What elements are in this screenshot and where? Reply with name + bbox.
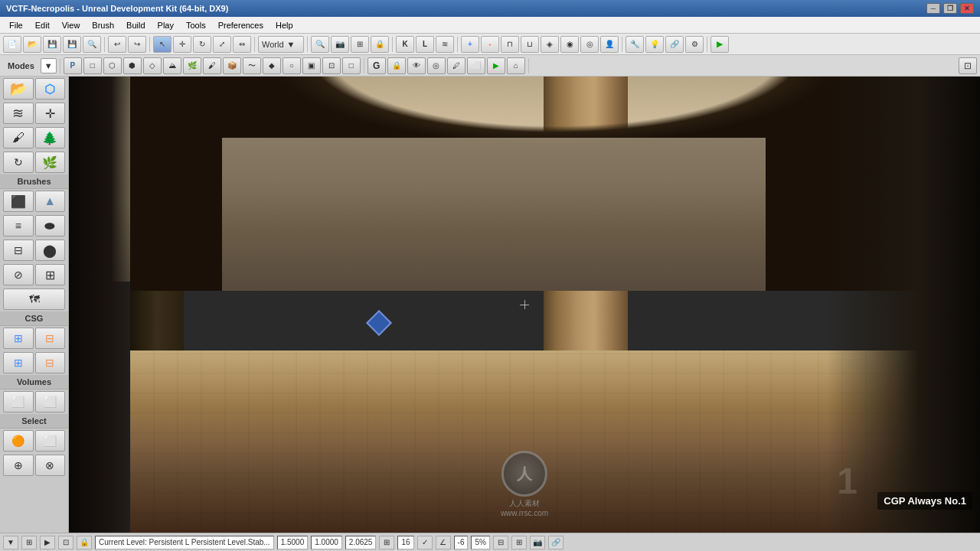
csg-add[interactable]: ⊞ xyxy=(3,328,34,349)
select-sub[interactable]: ⬜ xyxy=(35,430,66,452)
brush-spiral[interactable]: ⊟ xyxy=(3,240,34,261)
search-button[interactable]: 🔍 xyxy=(311,36,329,53)
sidebar-3d-button[interactable]: ⬡ xyxy=(35,78,66,99)
mode-eye[interactable]: 👁 xyxy=(407,57,426,74)
mode-lock[interactable]: 🔒 xyxy=(387,57,406,74)
build-lighting-button[interactable]: 💡 xyxy=(645,36,664,53)
l-button[interactable]: L xyxy=(416,36,434,53)
menu-brush[interactable]: Brush xyxy=(86,19,120,31)
mode-prefab[interactable]: 📦 xyxy=(223,57,241,74)
statusbar-grid-icon[interactable]: ⊞ xyxy=(379,536,394,549)
select-tool-button[interactable]: ↖ xyxy=(153,36,172,53)
mode-extra3[interactable]: ▣ xyxy=(302,57,321,74)
brush-cube[interactable]: ⬛ xyxy=(3,191,34,212)
menu-play[interactable]: Play xyxy=(152,19,180,31)
close-button[interactable]: ✕ xyxy=(960,3,974,14)
build-geometry-button[interactable]: 🔧 xyxy=(626,36,644,53)
menu-build[interactable]: Build xyxy=(120,19,151,31)
mirror-button[interactable]: ⇔ xyxy=(233,36,251,53)
menu-edit[interactable]: Edit xyxy=(29,19,56,31)
new-file-button[interactable]: 📄 xyxy=(3,36,21,53)
menu-file[interactable]: File xyxy=(3,19,29,31)
brush-cylinder[interactable]: ⬬ xyxy=(35,215,66,236)
csg-deintersect-button[interactable]: ⊔ xyxy=(521,36,539,53)
mode-foliage[interactable]: 🌿 xyxy=(183,57,201,74)
brush-stairs[interactable]: ≡ xyxy=(3,215,34,236)
k-button[interactable]: K xyxy=(396,36,414,53)
statusbar-icon6[interactable]: ⊞ xyxy=(511,536,527,549)
mode-spline[interactable]: 〜 xyxy=(243,57,261,74)
translate-button[interactable]: ✛ xyxy=(173,36,191,53)
mode-extra6[interactable]: ⌂ xyxy=(507,57,525,74)
sidebar-foliage-icon[interactable]: 🌿 xyxy=(35,152,66,173)
statusbar-icon7[interactable]: 📷 xyxy=(530,536,545,549)
mode-play-tb[interactable]: ▶ xyxy=(487,57,505,74)
mode-extra2[interactable]: ○ xyxy=(283,57,301,74)
menu-tools[interactable]: Tools xyxy=(180,19,212,31)
save-all-button[interactable]: 💾 xyxy=(63,36,81,53)
sidebar-paint-icon[interactable]: 🖌 xyxy=(3,127,34,148)
sidebar-tree-icon[interactable]: 🌲 xyxy=(35,127,66,148)
statusbar-angle-icon[interactable]: ∠ xyxy=(436,536,451,549)
add-volume-button[interactable]: ◉ xyxy=(560,36,579,53)
mode-extra5[interactable]: □ xyxy=(342,57,361,74)
save-button[interactable]: 💾 xyxy=(43,36,61,53)
build-paths-button[interactable]: 🔗 xyxy=(665,36,684,53)
mode-g[interactable]: G xyxy=(368,57,386,74)
sidebar-terrain-icon[interactable]: ≋ xyxy=(3,103,34,124)
undo-button[interactable]: ↩ xyxy=(108,36,126,53)
menu-preferences[interactable]: Preferences xyxy=(212,19,270,31)
redo-button[interactable]: ↪ xyxy=(128,36,146,53)
mode-collision[interactable]: ⬜ xyxy=(467,57,485,74)
rotate-button[interactable]: ↻ xyxy=(193,36,211,53)
mode-extra1[interactable]: ◆ xyxy=(263,57,281,74)
menu-help[interactable]: Help xyxy=(270,19,299,31)
csg-sub[interactable]: ⊟ xyxy=(35,328,66,349)
mode-extra4[interactable]: ⊡ xyxy=(322,57,341,74)
csg-add-button[interactable]: + xyxy=(461,36,479,53)
modes-dropdown[interactable]: ▼ xyxy=(41,58,57,73)
mode-camera[interactable]: P xyxy=(64,57,82,74)
sidebar-open-button[interactable]: 📂 xyxy=(3,78,34,99)
snap-button[interactable]: 🔒 xyxy=(371,36,389,53)
csg-deintersect[interactable]: ⊟ xyxy=(35,352,66,373)
viewport[interactable]: 1 CGP Always No.1 人 人人素材www.rrsc.com xyxy=(69,77,980,533)
volume-blocking[interactable]: ⬜ xyxy=(3,391,34,412)
statusbar-icon5[interactable]: ⊟ xyxy=(493,536,508,549)
add-special-button[interactable]: ◈ xyxy=(541,36,559,53)
restore-button[interactable]: ❐ xyxy=(943,3,957,14)
add-antiportal-button[interactable]: ◎ xyxy=(580,36,599,53)
mode-bsp[interactable]: ◇ xyxy=(143,57,162,74)
mode-terrain[interactable]: ⛰ xyxy=(163,57,181,74)
mode-geometry[interactable]: □ xyxy=(83,57,102,74)
mode-mesh[interactable]: ⬢ xyxy=(123,57,142,74)
maximize-viewport[interactable]: ⊡ xyxy=(959,57,977,74)
brush-map[interactable]: 🗺 xyxy=(3,289,65,310)
brush-sphere[interactable]: ⬤ xyxy=(35,240,66,261)
csg-intersect[interactable]: ⊞ xyxy=(3,352,34,373)
sidebar-move-icon[interactable]: ✛ xyxy=(35,103,66,124)
select-all[interactable]: ⊕ xyxy=(3,455,34,476)
terrain-button[interactable]: ≋ xyxy=(436,36,454,53)
camera-speed-button[interactable]: 📷 xyxy=(331,36,349,53)
brush-ramp[interactable]: ⊘ xyxy=(3,264,34,285)
open-button[interactable]: 📂 xyxy=(23,36,41,53)
brush-cone[interactable]: ▲ xyxy=(35,191,66,212)
select-add[interactable]: 🟠 xyxy=(3,430,34,452)
csg-intersect-button[interactable]: ⊓ xyxy=(501,36,519,53)
add-player-start-button[interactable]: 👤 xyxy=(600,36,619,53)
statusbar-icon2[interactable]: ▶ xyxy=(40,536,55,549)
build-all-button[interactable]: ⚙ xyxy=(685,36,704,53)
brush-sheet[interactable]: ⊞ xyxy=(35,264,66,285)
statusbar-icon8[interactable]: 🔗 xyxy=(548,536,564,549)
world-dropdown[interactable]: World ▼ xyxy=(258,36,304,53)
volume-kill[interactable]: ⬜ xyxy=(35,391,66,412)
mode-static[interactable]: ⬡ xyxy=(103,57,122,74)
statusbar-icon3[interactable]: ⊡ xyxy=(58,536,74,549)
mode-brush-size[interactable]: ◎ xyxy=(427,57,446,74)
select-invert[interactable]: ⊗ xyxy=(35,455,66,476)
statusbar-dropdown[interactable]: ▼ xyxy=(3,536,18,549)
scale-button[interactable]: ⤢ xyxy=(213,36,231,53)
csg-sub-button[interactable]: - xyxy=(481,36,499,53)
browse-button[interactable]: 🔍 xyxy=(83,36,101,53)
